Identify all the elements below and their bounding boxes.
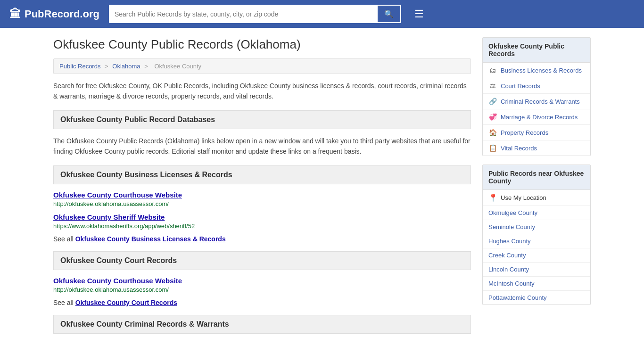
business-sheriff-url[interactable]: https://www.oklahomasheriffs.org/app/web…	[53, 222, 471, 230]
databases-text: The Okfuskee County Public Records (Okla…	[53, 136, 471, 157]
business-section-header: Okfuskee County Business Licenses & Reco…	[53, 165, 471, 184]
logo-text: PubRecord.org	[25, 8, 99, 20]
nearby-pottawatomie[interactable]: Pottawatomie County	[483, 291, 590, 304]
breadcrumb-sep-2: >	[144, 63, 149, 70]
site-header: 🏛 PubRecord.org 🔍 ☰	[0, 0, 644, 28]
court-courthouse-link[interactable]: Okfuskee County Courthouse Website	[53, 277, 471, 285]
sidebar-marriage-label: Marriage & Divorce Records	[501, 114, 578, 121]
breadcrumb: Public Records > Oklahoma > Okfuskee Cou…	[53, 58, 471, 74]
court-see-all: See all Okfuskee County Court Records	[53, 299, 471, 306]
sidebar-business-licenses[interactable]: 🗂 Business Licenses & Records	[483, 63, 590, 78]
databases-section-header: Okfuskee County Public Record Databases	[53, 110, 471, 129]
briefcase-icon: 🗂	[488, 66, 497, 74]
search-button[interactable]: 🔍	[377, 5, 401, 23]
nearby-lincoln[interactable]: Lincoln County	[483, 263, 590, 277]
records-sidebar-header: Okfuskee County Public Records	[483, 38, 590, 63]
search-bar: 🔍	[109, 5, 401, 23]
business-see-all-link[interactable]: Okfuskee County Business Licenses & Reco…	[75, 235, 226, 243]
sidebar-court-records[interactable]: ⚖ Court Records	[483, 78, 590, 94]
sidebar-business-label: Business Licenses & Records	[501, 67, 582, 74]
sidebar: Okfuskee County Public Records 🗂 Busines…	[482, 37, 591, 340]
business-sheriff-link[interactable]: Okfuskee County Sheriff Website	[53, 213, 471, 221]
business-entry-2: Okfuskee County Sheriff Website https://…	[53, 213, 471, 230]
content-area: Okfuskee County Public Records (Oklahoma…	[53, 37, 471, 340]
logo-icon: 🏛	[9, 8, 21, 21]
clipboard-icon: 📋	[488, 144, 497, 152]
business-courthouse-url[interactable]: http://okfuskee.oklahoma.usassessor.com/	[53, 200, 471, 207]
nearby-mcintosh[interactable]: McIntosh County	[483, 277, 590, 291]
menu-button[interactable]: ☰	[411, 6, 428, 22]
site-logo[interactable]: 🏛 PubRecord.org	[9, 8, 99, 21]
nearby-hughes[interactable]: Hughes County	[483, 234, 590, 248]
criminal-section-header: Okfuskee County Criminal Records & Warra…	[53, 315, 471, 334]
intro-text: Search for free Okfuskee County, OK Publ…	[53, 81, 471, 102]
business-entry-1: Okfuskee County Courthouse Website http:…	[53, 191, 471, 207]
use-my-location[interactable]: 📍 Use My Location	[483, 190, 590, 206]
sidebar-criminal-label: Criminal Records & Warrants	[501, 98, 580, 105]
nearby-okmulgee[interactable]: Okmulgee County	[483, 206, 590, 220]
hamburger-icon: ☰	[414, 8, 424, 20]
rings-icon: 💞	[488, 113, 497, 121]
breadcrumb-sep-1: >	[105, 63, 110, 70]
records-sidebar-box: Okfuskee County Public Records 🗂 Busines…	[482, 37, 591, 156]
scales-icon: ⚖	[488, 82, 497, 90]
court-section-header: Okfuskee County Court Records	[53, 251, 471, 270]
nearby-creek[interactable]: Creek County	[483, 248, 590, 263]
sidebar-property-label: Property Records	[501, 129, 548, 136]
page-title: Okfuskee County Public Records (Oklahoma…	[53, 37, 471, 52]
home-icon: 🏠	[488, 129, 497, 136]
breadcrumb-county: Okfuskee County	[154, 63, 201, 70]
sidebar-marriage-records[interactable]: 💞 Marriage & Divorce Records	[483, 109, 590, 125]
court-see-all-link[interactable]: Okfuskee County Court Records	[75, 299, 177, 306]
see-all-text-court: See all	[53, 299, 74, 306]
sidebar-criminal-records[interactable]: 🔗 Criminal Records & Warrants	[483, 94, 590, 109]
business-courthouse-link[interactable]: Okfuskee County Courthouse Website	[53, 191, 471, 199]
search-icon: 🔍	[384, 10, 394, 18]
search-input[interactable]	[109, 5, 377, 23]
nearby-seminole[interactable]: Seminole County	[483, 220, 590, 234]
handcuffs-icon: 🔗	[488, 98, 497, 105]
nearby-sidebar-box: Public Records near Okfuskee County 📍 Us…	[482, 165, 591, 305]
sidebar-vital-label: Vital Records	[501, 145, 537, 152]
sidebar-vital-records[interactable]: 📋 Vital Records	[483, 140, 590, 156]
location-pin-icon: 📍	[488, 193, 498, 202]
business-see-all: See all Okfuskee County Business License…	[53, 235, 471, 243]
court-entry-1: Okfuskee County Courthouse Website http:…	[53, 277, 471, 293]
sidebar-property-records[interactable]: 🏠 Property Records	[483, 125, 590, 140]
breadcrumb-public-records[interactable]: Public Records	[59, 63, 100, 70]
court-courthouse-url[interactable]: http://okfuskee.oklahoma.usassessor.com/	[53, 286, 471, 293]
breadcrumb-oklahoma[interactable]: Oklahoma	[112, 63, 140, 70]
sidebar-court-label: Court Records	[501, 82, 540, 90]
nearby-sidebar-header: Public Records near Okfuskee County	[483, 165, 590, 190]
main-container: Okfuskee County Public Records (Oklahoma…	[44, 28, 600, 350]
see-all-text-business: See all	[53, 235, 74, 243]
use-location-label: Use My Location	[501, 194, 546, 201]
